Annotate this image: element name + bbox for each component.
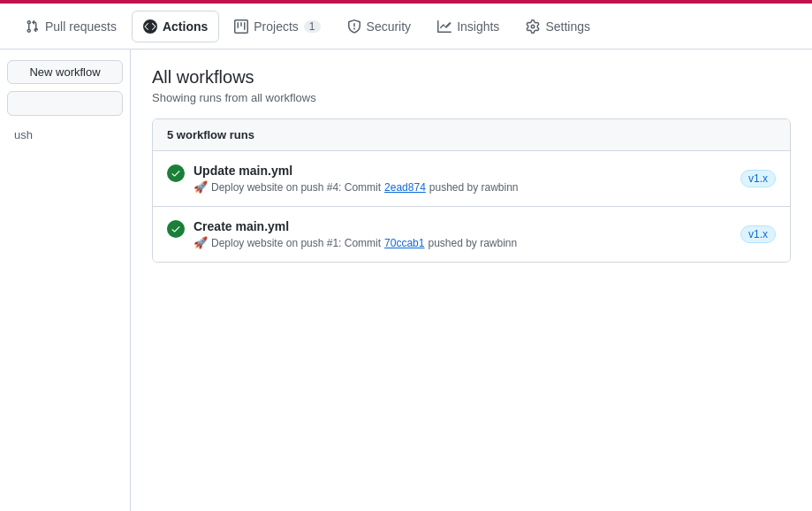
settings-icon [526, 19, 540, 34]
workflow-detail-prefix: Deploy website on push #4: Commit [211, 181, 381, 194]
rocket-icon: 🚀 [194, 236, 208, 249]
commit-hash-link[interactable]: 70ccab1 [384, 237, 424, 249]
actions-icon [143, 19, 157, 34]
workflow-info: Update main.yml 🚀 Deploy website on push… [194, 164, 519, 194]
workflow-item-left: Create main.yml 🚀 Deploy website on push… [167, 219, 517, 249]
workflow-status-icon [167, 220, 185, 238]
runs-count: 5 workflow runs [167, 128, 254, 141]
sidebar-filter [7, 91, 123, 116]
tab-pull-requests-label: Pull requests [45, 19, 117, 34]
success-icon [167, 164, 185, 182]
page-title: All workflows [152, 67, 791, 88]
workflow-name: Create main.yml [194, 219, 517, 233]
projects-icon [234, 19, 248, 34]
workflow-detail: 🚀 Deploy website on push #1: Commit 70cc… [194, 236, 517, 249]
workflow-info: Create main.yml 🚀 Deploy website on push… [194, 219, 517, 249]
workflow-status-icon [167, 164, 185, 182]
tab-projects-label: Projects [254, 19, 299, 34]
tab-actions-label: Actions [163, 19, 208, 34]
sidebar-item-ush[interactable]: ush [7, 123, 123, 147]
insights-icon [437, 19, 452, 34]
workflow-tag[interactable]: v1.x [740, 170, 776, 187]
new-workflow-button[interactable]: New workflow [7, 60, 123, 84]
tab-settings[interactable]: Settings [514, 11, 602, 42]
security-icon [347, 19, 361, 34]
workflow-detail-suffix: pushed by rawbinn [428, 237, 517, 249]
pr-icon [26, 19, 40, 34]
workflow-detail: 🚀 Deploy website on push #4: Commit 2ead… [194, 180, 519, 194]
success-icon [167, 220, 185, 238]
workflow-item-left: Update main.yml 🚀 Deploy website on push… [167, 164, 519, 194]
tab-projects[interactable]: Projects 1 [223, 11, 331, 42]
rocket-icon: 🚀 [194, 180, 208, 194]
workflow-item[interactable]: Update main.yml 🚀 Deploy website on push… [153, 151, 790, 207]
workflows-container: 5 workflow runs Update main.yml [152, 118, 791, 263]
workflow-detail-prefix: Deploy website on push #1: Commit [211, 237, 381, 249]
tab-insights-label: Insights [457, 19, 499, 34]
tab-insights[interactable]: Insights [426, 11, 511, 42]
workflows-header: 5 workflow runs [153, 119, 790, 151]
tab-security-label: Security [367, 19, 412, 34]
commit-hash-link[interactable]: 2ead874 [384, 181, 426, 194]
workflow-tag[interactable]: v1.x [740, 225, 776, 243]
workflow-name: Update main.yml [194, 164, 519, 178]
projects-badge: 1 [304, 20, 321, 33]
sidebar-item-label: ush [14, 128, 33, 141]
tab-security[interactable]: Security [336, 11, 423, 42]
tab-actions[interactable]: Actions [132, 11, 219, 42]
main-layout: New workflow ush All workflows Showing r… [0, 50, 812, 511]
sidebar: New workflow ush [0, 50, 131, 511]
content-area: All workflows Showing runs from all work… [131, 50, 812, 511]
page-subtitle: Showing runs from all workflows [152, 91, 791, 104]
nav-tabs: Pull requests Actions Projects 1 Securit… [0, 4, 812, 50]
workflow-detail-suffix: pushed by rawbinn [429, 181, 519, 194]
tab-settings-label: Settings [545, 19, 590, 34]
workflow-item[interactable]: Create main.yml 🚀 Deploy website on push… [153, 207, 790, 262]
tab-pull-requests[interactable]: Pull requests [14, 11, 128, 42]
